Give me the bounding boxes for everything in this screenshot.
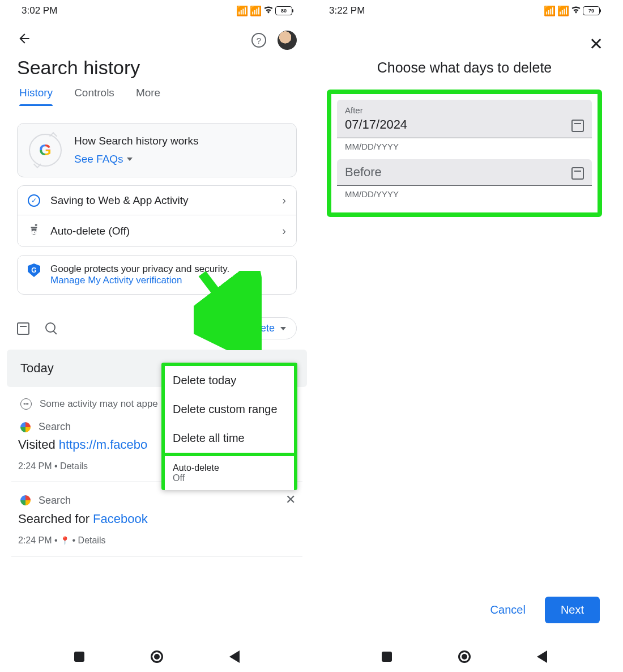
tab-history[interactable]: History [19, 87, 53, 106]
battery-icon: 80 [275, 6, 292, 15]
tabs: History Controls More [7, 87, 307, 106]
activity-item[interactable]: Searched for Facebook [7, 507, 307, 526]
nav-back-icon[interactable] [229, 650, 240, 663]
nav-home-icon[interactable] [458, 650, 471, 663]
signal-icon: 📶 [236, 5, 248, 17]
status-time: 3:02 PM [22, 5, 57, 16]
setting-autodelete-label: Auto-delete (Off) [50, 225, 130, 237]
calendar-icon[interactable] [571, 167, 584, 180]
google-icon [20, 495, 31, 505]
wifi-icon [571, 5, 581, 16]
activity-tag: Search [7, 483, 84, 507]
settings-group: ✓ Saving to Web & App Activity › Auto-de… [17, 185, 297, 247]
location-pin-icon: 📍 [60, 536, 70, 545]
status-bar: 3:22 PM 📶 📶 79 [314, 0, 615, 22]
nav-recents-icon[interactable] [74, 652, 84, 662]
phone-left: 3:02 PM 📶 📶 80 ? Search history History … [7, 0, 307, 672]
delete-menu: Delete today Delete custom range Delete … [161, 363, 297, 490]
cancel-button[interactable]: Cancel [485, 598, 531, 622]
after-date-block: After 07/17/2024 MM/DD/YYYY [337, 100, 592, 151]
caret-down-icon [127, 158, 133, 161]
see-faqs-link[interactable]: See FAQs [74, 153, 199, 165]
info-title: How Search history works [74, 135, 199, 147]
dialog-actions: Cancel Next [485, 597, 600, 623]
app-header: ? [7, 22, 307, 54]
status-time: 3:22 PM [329, 5, 365, 16]
nav-home-icon[interactable] [151, 650, 163, 663]
nav-back-icon[interactable] [537, 650, 547, 663]
autodelete-icon [28, 223, 40, 239]
menu-delete-all[interactable]: Delete all time [165, 424, 294, 453]
remove-item-icon[interactable]: ✕ [285, 492, 296, 507]
before-hint: MM/DD/YYYY [337, 186, 592, 199]
nav-bar [7, 650, 307, 663]
nav-bar [314, 650, 615, 663]
date-range-panel: After 07/17/2024 MM/DD/YYYY Before MM/DD… [327, 90, 602, 217]
back-arrow-icon[interactable] [17, 31, 32, 50]
menu-delete-custom[interactable]: Delete custom range [165, 395, 294, 424]
close-icon[interactable]: ✕ [589, 34, 603, 54]
shield-icon: G [28, 263, 40, 277]
chevron-right-icon: › [282, 194, 286, 207]
history-toolbar: Delete [17, 317, 297, 339]
after-label: After [345, 105, 407, 115]
page-title: Search history [7, 54, 307, 87]
dialog-header: ✕ [314, 22, 615, 57]
privacy-text: Google protects your privacy and securit… [50, 263, 229, 274]
before-date-field[interactable]: Before [337, 159, 592, 186]
chevron-right-icon: › [282, 224, 286, 237]
nav-recents-icon[interactable] [382, 652, 392, 662]
delete-button[interactable]: Delete [234, 317, 297, 339]
setting-saving-label: Saving to Web & App Activity [50, 194, 189, 207]
menu-auto-delete[interactable]: Auto-delete Off [165, 453, 294, 490]
phone-right: 3:22 PM 📶 📶 79 ✕ Choose what days to del… [314, 0, 615, 672]
manage-verification-link[interactable]: Manage My Activity verification [50, 275, 182, 286]
refresh-g-icon: G [29, 134, 62, 167]
caret-down-icon [280, 327, 286, 330]
search-icon[interactable] [45, 322, 56, 333]
battery-icon: 79 [583, 6, 600, 15]
check-circle-icon: ✓ [28, 194, 40, 207]
setting-saving[interactable]: ✓ Saving to Web & App Activity › [18, 186, 296, 215]
status-icons: 📶 📶 79 [544, 5, 600, 17]
status-bar: 3:02 PM 📶 📶 80 [7, 0, 307, 22]
google-icon [20, 422, 31, 432]
help-icon[interactable]: ? [251, 33, 266, 48]
next-button[interactable]: Next [545, 597, 600, 623]
activity-meta[interactable]: 2:24 PM • 📍 • Details [7, 526, 307, 556]
ellipsis-icon: ••• [20, 398, 32, 410]
before-date-block: Before MM/DD/YYYY [337, 159, 592, 199]
after-date-field[interactable]: After 07/17/2024 [337, 100, 592, 138]
calendar-icon[interactable] [17, 322, 29, 335]
tab-more[interactable]: More [136, 87, 160, 106]
tab-controls[interactable]: Controls [74, 87, 114, 106]
signal-icon: 📶 [544, 5, 556, 17]
signal-icon: 📶 [250, 5, 262, 17]
menu-delete-today[interactable]: Delete today [165, 366, 294, 395]
wifi-icon [263, 5, 274, 16]
dialog-title: Choose what days to delete [314, 57, 615, 90]
calendar-icon[interactable] [571, 120, 584, 132]
after-value: 07/17/2024 [345, 117, 407, 132]
after-hint: MM/DD/YYYY [337, 138, 592, 151]
before-label: Before [345, 165, 382, 180]
divider [11, 556, 302, 556]
signal-icon: 📶 [557, 5, 569, 17]
status-icons: 📶 📶 80 [236, 5, 292, 17]
setting-autodelete[interactable]: Auto-delete (Off) › [18, 215, 296, 246]
avatar[interactable] [278, 31, 297, 50]
info-card[interactable]: G How Search history works See FAQs [17, 123, 297, 177]
privacy-card[interactable]: G Google protects your privacy and secur… [17, 255, 297, 295]
